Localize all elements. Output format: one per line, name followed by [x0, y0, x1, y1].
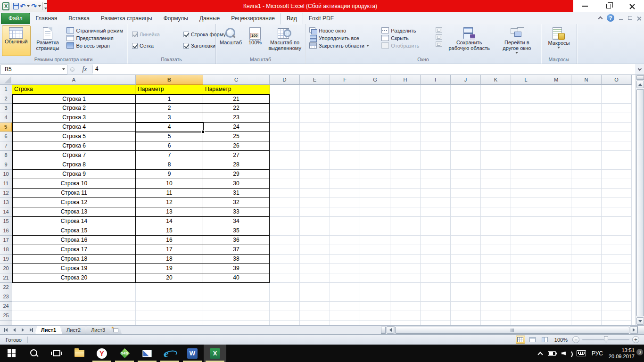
cell-N17[interactable]	[571, 236, 602, 245]
column-header-D[interactable]: D	[270, 75, 300, 85]
cell-D20[interactable]	[270, 264, 300, 273]
cell-G23[interactable]	[360, 292, 390, 302]
cell-N24[interactable]	[571, 302, 602, 311]
cell-O5[interactable]	[602, 123, 632, 132]
cell-I24[interactable]	[421, 302, 451, 311]
prev-sheet-icon[interactable]	[10, 327, 18, 334]
row-header-6[interactable]: 6	[0, 132, 12, 141]
minimize-button[interactable]	[582, 6, 588, 7]
cell-I2[interactable]	[421, 94, 451, 104]
zoom-slider-handle[interactable]	[604, 336, 608, 343]
column-header-C[interactable]: C	[203, 75, 270, 85]
cell-A23[interactable]	[12, 292, 136, 302]
cell-C22[interactable]	[203, 283, 270, 292]
cell-G25[interactable]	[360, 311, 390, 321]
cell-C16[interactable]: 35	[203, 226, 270, 236]
cell-K20[interactable]	[481, 264, 511, 273]
cell-H23[interactable]	[390, 292, 421, 302]
tab-вставка[interactable]: Вставка	[63, 13, 95, 24]
cell-J19[interactable]	[451, 255, 481, 264]
page-break-view-toggle[interactable]	[540, 336, 550, 344]
cell-B20[interactable]: 19	[136, 264, 203, 273]
cell-E13[interactable]	[300, 198, 330, 207]
cell-M2[interactable]	[541, 94, 571, 104]
tab-file[interactable]: Файл	[1, 13, 30, 24]
cell-K26[interactable]	[481, 321, 511, 325]
cell-D12[interactable]	[270, 189, 300, 198]
cell-J13[interactable]	[451, 198, 481, 207]
column-header-M[interactable]: M	[541, 75, 571, 85]
cell-G4[interactable]	[360, 113, 390, 123]
cell-L21[interactable]	[511, 273, 541, 283]
taskbar-paint-icon[interactable]	[136, 345, 158, 362]
cell-I26[interactable]	[421, 321, 451, 325]
cell-J12[interactable]	[451, 189, 481, 198]
cell-N25[interactable]	[571, 311, 602, 321]
cell-C23[interactable]	[203, 292, 270, 302]
cell-B24[interactable]	[136, 302, 203, 311]
cell-G9[interactable]	[360, 160, 390, 170]
cell-K15[interactable]	[481, 217, 511, 226]
cell-E3[interactable]	[300, 104, 330, 113]
cell-E10[interactable]	[300, 170, 330, 179]
cell-O2[interactable]	[602, 94, 632, 104]
cell-K10[interactable]	[481, 170, 511, 179]
checkbox-icon[interactable]	[132, 43, 138, 49]
horizontal-scroll-thumb[interactable]	[395, 327, 629, 334]
cell-O8[interactable]	[602, 151, 632, 160]
cell-F26[interactable]	[330, 321, 360, 325]
row-header-5[interactable]: 5	[0, 123, 12, 132]
cell-B12[interactable]: 11	[136, 189, 203, 198]
cell-C1[interactable]: Параметр	[203, 85, 270, 94]
cell-K14[interactable]	[481, 207, 511, 217]
cell-B13[interactable]: 12	[136, 198, 203, 207]
zoom-in-icon[interactable]: +	[632, 336, 639, 343]
cell-H9[interactable]	[390, 160, 421, 170]
cell-N22[interactable]	[571, 283, 602, 292]
redo-icon[interactable]: ↷	[31, 3, 37, 9]
cell-J9[interactable]	[451, 160, 481, 170]
cell-J26[interactable]	[451, 321, 481, 325]
cell-D18[interactable]	[270, 245, 300, 255]
cell-K13[interactable]	[481, 198, 511, 207]
cell-A5[interactable]: Строка 4	[12, 123, 136, 132]
battery-icon[interactable]	[548, 351, 556, 356]
column-header-K[interactable]: K	[481, 75, 511, 85]
save-icon[interactable]	[13, 3, 18, 9]
cell-E9[interactable]	[300, 160, 330, 170]
cell-E4[interactable]	[300, 113, 330, 123]
touch-keyboard-icon[interactable]	[577, 350, 586, 356]
cell-F22[interactable]	[330, 283, 360, 292]
column-header-J[interactable]: J	[451, 75, 481, 85]
checkbox-сетка[interactable]: Сетка	[132, 40, 177, 51]
cell-N4[interactable]	[571, 113, 602, 123]
cell-M24[interactable]	[541, 302, 571, 311]
cell-L5[interactable]	[511, 123, 541, 132]
cell-F17[interactable]	[330, 236, 360, 245]
cell-J15[interactable]	[451, 217, 481, 226]
cell-B18[interactable]: 17	[136, 245, 203, 255]
cell-D19[interactable]	[270, 255, 300, 264]
cell-I8[interactable]	[421, 151, 451, 160]
insert-function-icon[interactable]: fx	[77, 66, 93, 73]
cell-K21[interactable]	[481, 273, 511, 283]
tab-вид[interactable]: Вид	[281, 13, 303, 25]
cell-B22[interactable]	[136, 283, 203, 292]
cell-I12[interactable]	[421, 189, 451, 198]
expand-formula-bar-icon[interactable]	[635, 68, 644, 70]
cell-L3[interactable]	[511, 104, 541, 113]
cell-G26[interactable]	[360, 321, 390, 325]
row-header-20[interactable]: 20	[0, 264, 12, 273]
row-header-10[interactable]: 10	[0, 170, 12, 179]
sheet-tab-лист1[interactable]: Лист1	[35, 326, 62, 334]
cell-J4[interactable]	[451, 113, 481, 123]
scroll-up-icon[interactable]	[636, 81, 644, 88]
split-button[interactable]: Разделить	[381, 27, 431, 33]
workbook-minimize-icon[interactable]	[619, 19, 623, 20]
cell-I6[interactable]	[421, 132, 451, 141]
cell-O21[interactable]	[602, 273, 632, 283]
cell-H17[interactable]	[390, 236, 421, 245]
cell-O25[interactable]	[602, 311, 632, 321]
cell-N23[interactable]	[571, 292, 602, 302]
cell-J11[interactable]	[451, 179, 481, 189]
